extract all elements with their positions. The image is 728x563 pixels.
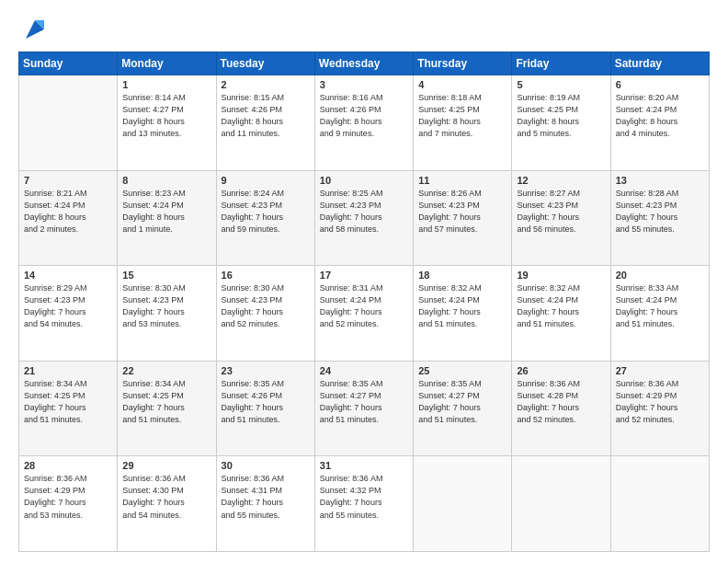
day-number: 14 — [24, 270, 112, 281]
day-number: 11 — [418, 175, 506, 186]
calendar-week-4: 21Sunrise: 8:34 AMSunset: 4:25 PMDayligh… — [19, 361, 710, 456]
calendar-cell: 14Sunrise: 8:29 AMSunset: 4:23 PMDayligh… — [19, 266, 118, 362]
day-info: Sunrise: 8:29 AMSunset: 4:23 PMDaylight:… — [24, 282, 112, 330]
day-info: Sunrise: 8:19 AMSunset: 4:25 PMDaylight:… — [517, 92, 605, 140]
calendar-cell: 25Sunrise: 8:35 AMSunset: 4:27 PMDayligh… — [414, 361, 512, 456]
day-info: Sunrise: 8:36 AMSunset: 4:28 PMDaylight:… — [517, 378, 605, 426]
day-number: 8 — [122, 175, 210, 186]
logo-icon — [22, 17, 48, 42]
header — [18, 17, 710, 42]
day-number: 10 — [320, 175, 408, 186]
day-number: 26 — [517, 365, 605, 376]
day-number: 4 — [418, 79, 506, 90]
day-number: 27 — [616, 365, 704, 376]
day-info: Sunrise: 8:32 AMSunset: 4:24 PMDaylight:… — [418, 282, 506, 330]
calendar-cell: 9Sunrise: 8:24 AMSunset: 4:23 PMDaylight… — [216, 170, 314, 266]
day-number: 12 — [517, 175, 605, 186]
calendar-cell: 20Sunrise: 8:33 AMSunset: 4:24 PMDayligh… — [610, 266, 709, 362]
calendar-cell: 31Sunrise: 8:36 AMSunset: 4:32 PMDayligh… — [314, 456, 413, 552]
day-number: 19 — [517, 270, 605, 281]
day-info: Sunrise: 8:33 AMSunset: 4:24 PMDaylight:… — [616, 282, 704, 330]
day-info: Sunrise: 8:24 AMSunset: 4:23 PMDaylight:… — [222, 188, 310, 236]
day-number: 7 — [24, 175, 112, 186]
day-number: 6 — [616, 79, 704, 90]
day-number: 1 — [122, 79, 210, 90]
calendar-cell: 18Sunrise: 8:32 AMSunset: 4:24 PMDayligh… — [414, 266, 512, 362]
day-info: Sunrise: 8:31 AMSunset: 4:24 PMDaylight:… — [320, 282, 408, 330]
day-info: Sunrise: 8:36 AMSunset: 4:30 PMDaylight:… — [122, 473, 210, 521]
day-number: 29 — [122, 460, 210, 471]
calendar-cell: 13Sunrise: 8:28 AMSunset: 4:23 PMDayligh… — [610, 170, 709, 266]
day-info: Sunrise: 8:20 AMSunset: 4:24 PMDaylight:… — [616, 92, 704, 140]
page: SundayMondayTuesdayWednesdayThursdayFrid… — [0, 0, 728, 563]
day-info: Sunrise: 8:35 AMSunset: 4:27 PMDaylight:… — [320, 378, 408, 426]
calendar-cell — [414, 456, 512, 552]
calendar-cell: 27Sunrise: 8:36 AMSunset: 4:29 PMDayligh… — [610, 361, 709, 456]
day-number: 28 — [24, 460, 112, 471]
day-info: Sunrise: 8:36 AMSunset: 4:29 PMDaylight:… — [616, 378, 704, 426]
calendar-cell: 26Sunrise: 8:36 AMSunset: 4:28 PMDayligh… — [512, 361, 610, 456]
calendar-week-5: 28Sunrise: 8:36 AMSunset: 4:29 PMDayligh… — [19, 456, 710, 552]
day-info: Sunrise: 8:32 AMSunset: 4:24 PMDaylight:… — [517, 282, 605, 330]
day-info: Sunrise: 8:23 AMSunset: 4:24 PMDaylight:… — [122, 188, 210, 236]
day-info: Sunrise: 8:36 AMSunset: 4:32 PMDaylight:… — [320, 473, 408, 521]
calendar-header-row: SundayMondayTuesdayWednesdayThursdayFrid… — [19, 52, 710, 75]
calendar-cell: 7Sunrise: 8:21 AMSunset: 4:24 PMDaylight… — [19, 170, 118, 266]
day-info: Sunrise: 8:25 AMSunset: 4:23 PMDaylight:… — [320, 188, 408, 236]
day-number: 15 — [122, 270, 210, 281]
calendar-cell: 6Sunrise: 8:20 AMSunset: 4:24 PMDaylight… — [610, 75, 709, 171]
day-number: 18 — [418, 270, 506, 281]
day-number: 17 — [320, 270, 408, 281]
day-info: Sunrise: 8:36 AMSunset: 4:31 PMDaylight:… — [222, 473, 310, 521]
day-info: Sunrise: 8:35 AMSunset: 4:27 PMDaylight:… — [418, 378, 506, 426]
calendar-cell — [512, 456, 610, 552]
calendar-cell: 22Sunrise: 8:34 AMSunset: 4:25 PMDayligh… — [118, 361, 216, 456]
day-info: Sunrise: 8:16 AMSunset: 4:26 PMDaylight:… — [320, 92, 408, 140]
calendar-cell: 8Sunrise: 8:23 AMSunset: 4:24 PMDaylight… — [118, 170, 216, 266]
col-header-saturday: Saturday — [610, 52, 709, 75]
day-info: Sunrise: 8:36 AMSunset: 4:29 PMDaylight:… — [24, 473, 112, 521]
calendar-cell: 28Sunrise: 8:36 AMSunset: 4:29 PMDayligh… — [19, 456, 118, 552]
calendar-cell: 2Sunrise: 8:15 AMSunset: 4:26 PMDaylight… — [216, 75, 314, 171]
day-number: 21 — [24, 365, 112, 376]
col-header-monday: Monday — [118, 52, 216, 75]
calendar-cell: 4Sunrise: 8:18 AMSunset: 4:25 PMDaylight… — [414, 75, 512, 171]
calendar-cell: 5Sunrise: 8:19 AMSunset: 4:25 PMDaylight… — [512, 75, 610, 171]
calendar-week-2: 7Sunrise: 8:21 AMSunset: 4:24 PMDaylight… — [19, 170, 710, 266]
calendar-cell: 15Sunrise: 8:30 AMSunset: 4:23 PMDayligh… — [118, 266, 216, 362]
day-number: 3 — [320, 79, 408, 90]
calendar-cell: 29Sunrise: 8:36 AMSunset: 4:30 PMDayligh… — [118, 456, 216, 552]
calendar-cell: 12Sunrise: 8:27 AMSunset: 4:23 PMDayligh… — [512, 170, 610, 266]
calendar-cell: 11Sunrise: 8:26 AMSunset: 4:23 PMDayligh… — [414, 170, 512, 266]
calendar-cell: 30Sunrise: 8:36 AMSunset: 4:31 PMDayligh… — [216, 456, 314, 552]
day-info: Sunrise: 8:18 AMSunset: 4:25 PMDaylight:… — [418, 92, 506, 140]
calendar-cell: 3Sunrise: 8:16 AMSunset: 4:26 PMDaylight… — [314, 75, 413, 171]
day-number: 24 — [320, 365, 408, 376]
day-number: 30 — [222, 460, 310, 471]
calendar-cell: 10Sunrise: 8:25 AMSunset: 4:23 PMDayligh… — [314, 170, 413, 266]
day-info: Sunrise: 8:28 AMSunset: 4:23 PMDaylight:… — [616, 188, 704, 236]
calendar-cell: 16Sunrise: 8:30 AMSunset: 4:23 PMDayligh… — [216, 266, 314, 362]
day-number: 23 — [222, 365, 310, 376]
day-number: 5 — [517, 79, 605, 90]
day-number: 13 — [616, 175, 704, 186]
day-info: Sunrise: 8:34 AMSunset: 4:25 PMDaylight:… — [122, 378, 210, 426]
day-info: Sunrise: 8:30 AMSunset: 4:23 PMDaylight:… — [122, 282, 210, 330]
day-number: 31 — [320, 460, 408, 471]
day-info: Sunrise: 8:15 AMSunset: 4:26 PMDaylight:… — [222, 92, 310, 140]
day-info: Sunrise: 8:26 AMSunset: 4:23 PMDaylight:… — [418, 188, 506, 236]
day-info: Sunrise: 8:34 AMSunset: 4:25 PMDaylight:… — [24, 378, 112, 426]
calendar-cell: 21Sunrise: 8:34 AMSunset: 4:25 PMDayligh… — [19, 361, 118, 456]
calendar-cell: 23Sunrise: 8:35 AMSunset: 4:26 PMDayligh… — [216, 361, 314, 456]
calendar-cell: 19Sunrise: 8:32 AMSunset: 4:24 PMDayligh… — [512, 266, 610, 362]
col-header-tuesday: Tuesday — [216, 52, 314, 75]
calendar-week-3: 14Sunrise: 8:29 AMSunset: 4:23 PMDayligh… — [19, 266, 710, 362]
calendar-cell — [610, 456, 709, 552]
calendar-week-1: 1Sunrise: 8:14 AMSunset: 4:27 PMDaylight… — [19, 75, 710, 171]
day-number: 16 — [222, 270, 310, 281]
day-number: 22 — [122, 365, 210, 376]
calendar-cell: 1Sunrise: 8:14 AMSunset: 4:27 PMDaylight… — [118, 75, 216, 171]
calendar-cell: 24Sunrise: 8:35 AMSunset: 4:27 PMDayligh… — [314, 361, 413, 456]
day-info: Sunrise: 8:27 AMSunset: 4:23 PMDaylight:… — [517, 188, 605, 236]
day-number: 9 — [222, 175, 310, 186]
